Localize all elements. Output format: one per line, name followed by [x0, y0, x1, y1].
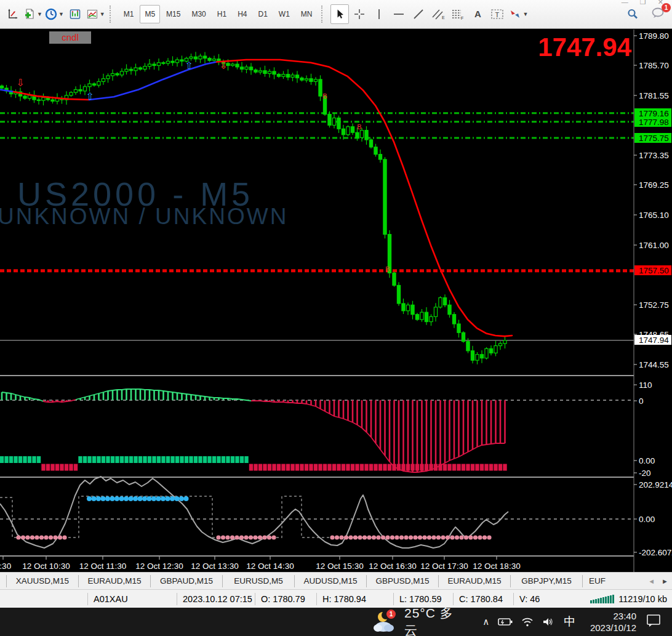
hline-tool-button[interactable]	[390, 4, 408, 24]
svg-text:1747.94: 1747.94	[639, 336, 669, 345]
vline-tool-button[interactable]	[370, 4, 388, 24]
svg-text:F: F	[461, 16, 463, 20]
svg-text:1777.98: 1777.98	[639, 118, 669, 127]
tab-scroll-left-icon[interactable]: ◄	[648, 578, 655, 585]
connection-status: 11219/10 kb	[586, 594, 672, 604]
chevron-down-icon[interactable]: ▼	[100, 11, 105, 17]
status-empty-cell	[0, 593, 88, 605]
chart-axes-button[interactable]	[3, 4, 22, 24]
speaker-icon[interactable]	[542, 617, 554, 627]
new-chart-button[interactable]: ▼	[23, 4, 43, 24]
svg-text:12 Oct 10:30: 12 Oct 10:30	[22, 562, 70, 571]
status-open: O: 1780.79	[255, 593, 317, 605]
chevron-down-icon[interactable]: ▼	[523, 11, 529, 17]
chart-tabs-bar: XAUUSD,M15EURAUD,M15GBPAUD,M15EURUSD,M5A…	[0, 572, 672, 589]
svg-text:12 Oct 16:30: 12 Oct 16:30	[369, 562, 416, 571]
timeframe-d1[interactable]: D1	[253, 5, 272, 23]
chart-tab-gbpusdm15[interactable]: GBPUSD,M15	[366, 575, 438, 587]
svg-text:1775.75: 1775.75	[639, 134, 669, 143]
toolbar-grip[interactable]	[110, 6, 115, 23]
chart-tab-euf[interactable]: EUF	[582, 575, 621, 587]
chart-axes-icon	[6, 8, 18, 20]
templates-button[interactable]: ▼	[86, 4, 106, 24]
letter-marker: B	[357, 123, 361, 131]
toolbar-right-group: 1	[623, 4, 666, 24]
chart-tab-eurusdm5[interactable]: EURUSD,M5	[222, 575, 294, 587]
weather-badge: 1	[386, 610, 396, 619]
vline-icon	[375, 8, 383, 20]
battery-icon[interactable]	[498, 618, 513, 626]
trendline-tool-button[interactable]	[409, 4, 428, 24]
svg-text:12 Oct 13:30: 12 Oct 13:30	[191, 562, 238, 571]
status-symbol[interactable]: A01XAU	[88, 593, 177, 605]
shapes-tool-button[interactable]: ▼	[508, 4, 529, 24]
crosshair-tool-button[interactable]	[350, 4, 369, 24]
svg-text:9:30: 9:30	[0, 562, 11, 571]
chart-tab-audusdm15[interactable]: AUDUSD,M15	[294, 575, 366, 587]
chart-tab-euraudm15[interactable]: EURAUD,M15	[78, 575, 150, 587]
svg-text:1789.80: 1789.80	[639, 31, 669, 41]
connection-bars-icon	[590, 594, 615, 603]
timeframe-m5[interactable]: M5	[140, 5, 160, 23]
channel-tool-button[interactable]: E	[429, 4, 447, 24]
fibo-tool-button[interactable]: F	[449, 4, 467, 24]
svg-text:1779.16: 1779.16	[639, 109, 669, 118]
chart-canvas[interactable]: US2000 - M5UNKNOWN / UNKNOWN⇩⇧⇧⇩BBBcndl1…	[0, 30, 672, 572]
taskbar-weather[interactable]: 1 25°C 多云	[372, 605, 458, 636]
chart-tab-xauusdm15[interactable]: XAUUSD,M15	[6, 575, 78, 587]
templates-icon	[86, 8, 98, 20]
weather-text: 25°C 多云	[404, 605, 458, 636]
timeframe-mn[interactable]: MN	[296, 5, 318, 23]
indicators-button[interactable]	[66, 4, 84, 24]
search-button[interactable]	[623, 4, 642, 24]
action-center-button[interactable]	[646, 614, 661, 630]
timeframe-h4[interactable]: H4	[233, 5, 252, 23]
tab-scroll-right-icon[interactable]: ►	[662, 578, 668, 585]
svg-text:1773.35: 1773.35	[639, 151, 669, 160]
chart-tab-gbpaudm15[interactable]: GBPAUD,M15	[150, 575, 222, 587]
svg-text:UNKNOWN / UNKNOWN: UNKNOWN / UNKNOWN	[0, 204, 288, 229]
chevron-down-icon[interactable]: ▼	[37, 11, 42, 17]
chart-tab-euraudm15[interactable]: EURAUD,M15	[438, 575, 510, 587]
svg-text:12 Oct 15:30: 12 Oct 15:30	[316, 562, 363, 571]
clock-button[interactable]: ▼	[44, 4, 65, 24]
weather-icon: 1	[372, 611, 399, 633]
cursor-tool-button[interactable]	[330, 4, 349, 24]
main-toolbar: ▼▼▼ M1M5M15M30H1H4D1W1MN EFAT▼ 1 — ❐ ✕	[0, 0, 672, 29]
svg-text:-202.6072: -202.6072	[639, 548, 672, 557]
svg-text:1769.25: 1769.25	[639, 180, 669, 190]
timeframe-m1[interactable]: M1	[119, 5, 139, 23]
down-arrow-icon: ⇩	[16, 78, 24, 88]
svg-text:T: T	[495, 11, 499, 18]
chat-button[interactable]: 1	[651, 7, 666, 22]
price-axis[interactable]: 1789.801785.701781.551773.351769.251765.…	[634, 30, 672, 572]
tabs-holder: XAUUSD,M15EURAUD,M15GBPAUD,M15EURUSD,M5A…	[0, 575, 621, 587]
status-bar: A01XAU 2023.10.12 07:15 O: 1780.79 H: 17…	[0, 589, 672, 608]
status-close: C: 1780.84	[454, 593, 514, 605]
text-tool-button[interactable]: A	[468, 4, 487, 24]
label-tool-button[interactable]: T	[488, 4, 506, 24]
svg-text:0.00: 0.00	[639, 456, 655, 465]
timeframe-m15[interactable]: M15	[161, 5, 185, 23]
timeframe-group: M1M5M15M30H1H4D1W1MN	[118, 5, 318, 23]
timeframe-w1[interactable]: W1	[274, 5, 295, 23]
shapes-icon	[508, 8, 522, 20]
ime-indicator[interactable]: 中	[564, 614, 575, 630]
status-low: L: 1780.59	[394, 593, 454, 605]
svg-text:12 Oct 18:30: 12 Oct 18:30	[473, 562, 520, 571]
timeframe-h1[interactable]: H1	[212, 5, 231, 23]
svg-text:110: 110	[639, 380, 652, 390]
wifi-icon[interactable]	[521, 618, 534, 627]
window-controls[interactable]: — ❐ ✕	[622, 0, 668, 6]
tray-chevron-icon[interactable]: ∧	[482, 616, 489, 627]
clock-time: 23:40	[589, 610, 636, 622]
chevron-down-icon[interactable]: ▼	[58, 11, 64, 17]
taskbar-clock[interactable]: 23:40 2023/10/12	[589, 610, 636, 634]
system-tray: ∧ 中	[478, 614, 580, 630]
status-high: H: 1780.94	[317, 593, 394, 605]
timeframe-m30[interactable]: M30	[186, 5, 210, 23]
chart-tab-gbpjpym15[interactable]: GBPJPY,M15	[510, 575, 582, 587]
trendline-icon	[412, 8, 425, 20]
toolbar-grip[interactable]	[321, 6, 327, 23]
new-chart-icon	[23, 8, 36, 20]
